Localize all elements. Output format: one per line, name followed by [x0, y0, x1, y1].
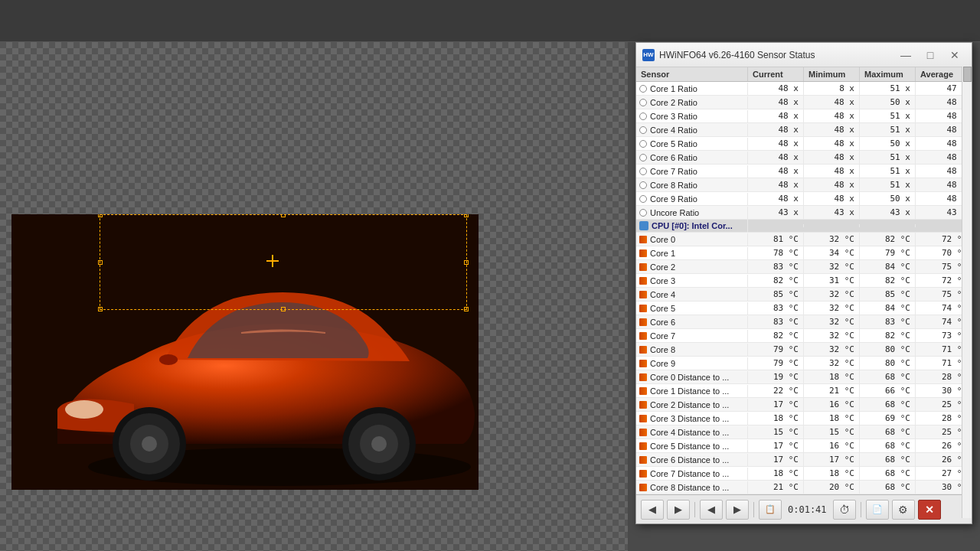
table-row[interactable]: Uncore Ratio43 x43 x43 x43 x [636, 206, 972, 220]
selection-box [100, 214, 467, 310]
sensor-current: 78 °C [748, 246, 804, 259]
handle-br[interactable] [464, 307, 469, 311]
sensor-minimum: 8 x [804, 82, 860, 95]
handle-ml[interactable] [98, 260, 103, 265]
sensor-maximum: 50 x [860, 192, 916, 205]
timer-display: 0:01:41 [788, 504, 827, 515]
minimize-button[interactable]: — [895, 47, 916, 64]
table-row[interactable]: Core 4 Ratio48 x48 x51 x48 x [636, 123, 972, 137]
prev-button[interactable]: ◀ [641, 500, 664, 520]
table-row[interactable]: Core 8 Ratio48 x48 x51 x48 x [636, 178, 972, 192]
table-row[interactable]: Core 0 Distance to ...19 °C18 °C68 °C28 … [636, 370, 972, 384]
sensor-minimum: 20 °C [804, 481, 860, 494]
sensor-name-label: Core 1 Ratio [650, 84, 697, 93]
table-row[interactable]: Core 4 Distance to ...15 °C15 °C68 °C25 … [636, 425, 972, 439]
scrollbar-thumb[interactable] [963, 67, 972, 82]
table-row[interactable]: Core 5 Distance to ...17 °C16 °C68 °C26 … [636, 439, 972, 453]
table-row[interactable]: Core 2 Distance to ...17 °C16 °C68 °C25 … [636, 398, 972, 412]
sensor-current: 17 °C [748, 453, 804, 466]
table-row[interactable]: Core 879 °C32 °C80 °C71 °C [636, 343, 972, 357]
clock-button[interactable]: ⏱ [833, 500, 856, 520]
next-button[interactable]: ▶ [667, 500, 690, 520]
table-row[interactable]: Core 3 Distance to ...18 °C18 °C69 °C28 … [636, 412, 972, 425]
sensor-minimum: 32 °C [804, 357, 860, 370]
sensor-name-label: Core 0 [650, 235, 675, 244]
sensor-maximum: 50 x [860, 96, 916, 109]
circle-icon [639, 195, 647, 203]
table-row[interactable]: Core 178 °C34 °C79 °C70 °C [636, 246, 972, 260]
sensor-minimum: 48 x [804, 123, 860, 136]
circle-icon [639, 85, 647, 93]
table-row[interactable]: Core 283 °C32 °C84 °C75 °C [636, 260, 972, 274]
table-row[interactable]: Core 782 °C32 °C82 °C73 °C [636, 329, 972, 343]
sensor-name-label: Core 9 Ratio [650, 194, 697, 204]
handle-tl[interactable] [98, 214, 103, 217]
sensor-name-label: Core 2 Ratio [650, 98, 697, 107]
sensor-name-label: Core 7 Ratio [650, 167, 697, 176]
table-scroll[interactable]: Core 1 Ratio48 x8 x51 x47 xCore 2 Ratio4… [636, 82, 972, 494]
settings-button[interactable]: ⚙ [892, 500, 915, 520]
sensor-current: 83 °C [748, 302, 804, 315]
sensor-minimum: 21 °C [804, 384, 860, 397]
thermometer-icon [639, 346, 647, 354]
table-row[interactable]: Core 979 °C32 °C80 °C71 °C [636, 357, 972, 370]
table-row[interactable]: Core 7 Distance to ...18 °C18 °C68 °C27 … [636, 467, 972, 481]
table-row[interactable]: Core 6 Distance to ...17 °C17 °C68 °C26 … [636, 453, 972, 467]
table-row[interactable]: Core 9 Ratio48 x48 x50 x48 x [636, 192, 972, 206]
table-row[interactable]: Core 382 °C31 °C82 °C72 °C [636, 274, 972, 288]
sensor-name-label: Core 3 Ratio [650, 112, 697, 121]
sensor-minimum: 17 °C [804, 453, 860, 466]
table-row[interactable]: Core 3 Ratio48 x48 x51 x48 x [636, 109, 972, 123]
table-row[interactable]: Core 5 Ratio48 x48 x50 x48 x [636, 137, 972, 151]
sensor-name-label: Core 8 Distance to ... [650, 483, 729, 492]
table-row[interactable]: Core 081 °C32 °C82 °C72 °C [636, 233, 972, 246]
table-row[interactable]: Core 485 °C32 °C85 °C75 °C [636, 288, 972, 302]
sensor-current: 83 °C [748, 260, 804, 273]
table-row[interactable]: Core 1 Ratio48 x8 x51 x47 x [636, 82, 972, 96]
sensor-minimum: 48 x [804, 165, 860, 178]
table-row[interactable]: Core 2 Ratio48 x48 x50 x48 x [636, 96, 972, 109]
sensor-name-label: Core 1 [650, 249, 675, 258]
sensor-maximum: 50 x [860, 137, 916, 150]
fwd-button[interactable]: ▶ [726, 500, 749, 520]
handle-tm[interactable] [281, 214, 286, 217]
sensor-maximum: 84 °C [860, 260, 916, 273]
log-button[interactable]: 📋 [759, 500, 782, 520]
sensor-maximum: 68 °C [860, 481, 916, 494]
sensor-name-label: Core 7 Distance to ... [650, 469, 729, 478]
scrollbar-track[interactable] [962, 67, 972, 518]
table-row[interactable]: Core 7 Ratio48 x48 x51 x48 x [636, 165, 972, 178]
thermometer-icon [639, 277, 647, 285]
sensor-name-cell: Core 7 Distance to ... [636, 468, 748, 480]
back-button[interactable]: ◀ [700, 500, 723, 520]
export-button[interactable]: 📄 [866, 500, 889, 520]
sensor-minimum: 48 x [804, 178, 860, 191]
sensor-current: 48 x [748, 192, 804, 205]
table-row[interactable]: Core 6 Ratio48 x48 x51 x48 x [636, 151, 972, 165]
table-row[interactable]: Core 1 Distance to ...22 °C21 °C66 °C30 … [636, 384, 972, 398]
table-row[interactable]: Core 683 °C32 °C83 °C74 °C [636, 315, 972, 329]
sensor-maximum: 68 °C [860, 370, 916, 383]
table-row[interactable]: CPU [#0]: Intel Cor... [636, 220, 972, 233]
thermometer-icon [639, 429, 647, 436]
sensor-minimum: 18 °C [804, 467, 860, 480]
thermometer-icon [639, 415, 647, 422]
handle-bl[interactable] [98, 307, 103, 311]
handle-mr[interactable] [464, 260, 469, 265]
thermometer-icon [639, 360, 647, 367]
table-row[interactable]: Core 8 Distance to ...21 °C20 °C68 °C30 … [636, 481, 972, 494]
circle-icon [639, 112, 647, 120]
sensor-current: 48 x [748, 165, 804, 178]
circle-icon [639, 154, 647, 161]
handle-tr[interactable] [464, 214, 469, 217]
table-row[interactable]: Core 583 °C32 °C84 °C74 °C [636, 302, 972, 315]
maximize-button[interactable]: □ [920, 47, 941, 64]
sensor-maximum: 84 °C [860, 302, 916, 315]
close-button[interactable]: ✕ [944, 47, 965, 64]
sensor-name-cell: Core 7 Ratio [636, 165, 748, 178]
app-menubar [0, 0, 980, 42]
thermometer-icon [639, 249, 647, 257]
sensor-name-cell: Core 3 Ratio [636, 110, 748, 122]
close-toolbar-button[interactable]: ✕ [918, 500, 941, 520]
handle-bm[interactable] [281, 307, 286, 311]
